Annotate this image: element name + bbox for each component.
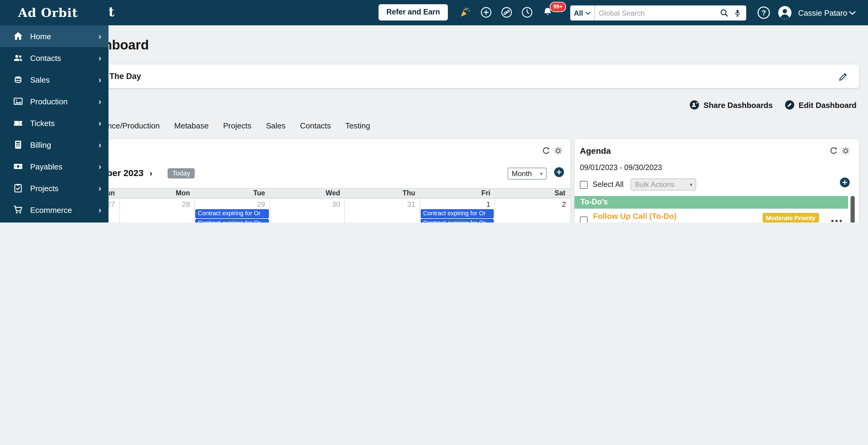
view-select-value: Month: [512, 170, 532, 178]
sidebar-item-label: Home: [30, 32, 51, 41]
calendar-day-header-row: SunMonTueWedThuFriSat: [36, 188, 570, 198]
calendar-cell-2[interactable]: 2: [495, 198, 570, 222]
search-icon[interactable]: [720, 8, 729, 18]
day-number: 2: [495, 198, 570, 209]
search-scope-value: All: [574, 9, 583, 17]
chevron-right-icon: ›: [98, 96, 101, 106]
chevron-right-icon: ›: [98, 140, 101, 150]
sidebar-item-events[interactable]: Events›: [0, 221, 108, 222]
day-number: 1: [420, 198, 495, 209]
calendar-widget: September 2023 › Today Month ▾ SunMonTue…: [36, 139, 570, 222]
sidebar-item-contacts[interactable]: Contacts›: [0, 47, 108, 69]
user-avatar[interactable]: [778, 5, 792, 20]
bulk-actions-select[interactable]: Bulk Actions ▾: [631, 178, 696, 190]
share-dashboards-link[interactable]: Share Dashboards: [689, 100, 773, 110]
sidebar-item-production[interactable]: Production›: [0, 90, 108, 112]
agenda-date-range: 09/01/2023 - 09/30/2023: [580, 164, 662, 172]
calendar-view-select[interactable]: Month ▾: [507, 168, 547, 180]
scrollbar-thumb[interactable]: [850, 196, 855, 222]
tickets-icon: [13, 118, 23, 128]
sidebar-item-home[interactable]: Home›: [0, 25, 108, 47]
logo-overflow-text: t: [108, 4, 114, 19]
sidebar-item-label: Production: [30, 97, 67, 106]
edit-motd-icon[interactable]: [838, 71, 848, 81]
bulk-actions-value: Bulk Actions: [635, 180, 675, 189]
calendar-week-row: 272829Contract expiring for OrContract e…: [44, 198, 570, 222]
day-header-thu: Thu: [345, 189, 420, 199]
calendar-cell-30[interactable]: 30: [270, 198, 345, 222]
item-menu-button[interactable]: ●●●: [831, 218, 843, 222]
recent-history-icon[interactable]: [521, 7, 533, 18]
refresh-icon[interactable]: [830, 147, 838, 155]
sidebar-item-label: Sales: [30, 75, 50, 84]
sidebar: Ad Orbit Home›Contacts›Sales›Production›…: [0, 0, 108, 222]
chevron-right-icon: ›: [98, 205, 101, 215]
sidebar-item-projects[interactable]: Projects›: [0, 177, 108, 199]
sidebar-item-label: Contacts: [30, 53, 61, 62]
add-agenda-item-button[interactable]: [840, 177, 850, 187]
agenda-scrollbar[interactable]: [850, 196, 855, 222]
tab-metabase[interactable]: Metabase: [174, 121, 209, 130]
sidebar-item-label: Billing: [30, 140, 51, 149]
calendar-day-headers: SunMonTueWedThuFriSat: [44, 189, 570, 199]
sidebar-item-label: Projects: [30, 184, 59, 192]
notification-count-badge: 99+: [550, 2, 566, 12]
top-header: t Refer and Earn 99+ All ?: [0, 0, 868, 25]
day-number: 29: [195, 198, 269, 209]
search-scope-select[interactable]: All: [570, 5, 595, 21]
sidebar-item-payables[interactable]: Payables›: [0, 155, 108, 177]
calendar-event[interactable]: Contract expiring for Or: [195, 209, 269, 218]
today-button[interactable]: Today: [167, 168, 195, 178]
motd-card: Message Of The Day: [36, 64, 859, 88]
calendar-event[interactable]: Contract expiring for Or: [421, 209, 494, 218]
tab-contacts[interactable]: Contacts: [300, 121, 331, 130]
priority-badge: Moderate Priority: [763, 213, 819, 222]
agenda-item-checkbox[interactable]: [580, 216, 588, 222]
sidebar-item-sales[interactable]: Sales›: [0, 69, 108, 90]
agenda-item-title[interactable]: Follow Up Call (To-Do): [593, 212, 791, 221]
day-number: 28: [120, 198, 194, 209]
calendar-event[interactable]: Contract expiring for Or: [195, 219, 269, 222]
sidebar-item-billing[interactable]: Billing›: [0, 134, 108, 155]
calendar-cell-28[interactable]: 28: [120, 198, 195, 222]
calendar-cell-1[interactable]: 1Contract expiring for OrContract expiri…: [420, 198, 495, 222]
microphone-icon[interactable]: [734, 8, 741, 18]
calendar-cell-31[interactable]: 31: [345, 198, 420, 222]
home-icon: [13, 31, 23, 41]
widget-settings-icon[interactable]: [554, 147, 562, 155]
user-name[interactable]: Cassie Pataro: [798, 8, 847, 18]
help-icon[interactable]: ?: [757, 6, 770, 19]
user-menu-caret-icon[interactable]: [849, 11, 856, 15]
select-all-checkbox[interactable]: [580, 181, 588, 188]
ecommerce-icon: [13, 205, 23, 215]
dashboard-tabs: Finance/ProductionMetabaseProjectsSalesC…: [92, 121, 370, 130]
refer-and-earn-button[interactable]: Refer and Earn: [378, 4, 448, 21]
link-icon[interactable]: [501, 7, 513, 18]
calendar-event[interactable]: Contract expiring for Or: [421, 219, 494, 222]
party-popper-icon[interactable]: [459, 7, 471, 18]
tab-projects[interactable]: Projects: [223, 121, 251, 130]
widget-settings-icon[interactable]: [841, 147, 850, 155]
sidebar-item-ecommerce[interactable]: Ecommerce›: [0, 199, 108, 221]
global-search-input[interactable]: [595, 9, 720, 17]
caret-down-icon: ▾: [690, 182, 692, 187]
calendar-cell-29[interactable]: 29Contract expiring for OrContract expir…: [195, 198, 270, 222]
add-event-button[interactable]: [554, 167, 564, 177]
day-header-fri: Fri: [420, 189, 495, 199]
projects-icon: [13, 183, 23, 193]
sidebar-item-tickets[interactable]: Tickets›: [0, 112, 108, 134]
chevron-right-icon: ›: [98, 31, 101, 41]
day-header-sat: Sat: [495, 189, 570, 199]
agenda-widget: Agenda 09/01/2023 - 09/30/2023 Select Al…: [575, 139, 859, 222]
edit-dashboard-link[interactable]: Edit Dashboard: [785, 100, 857, 110]
production-icon: [13, 96, 23, 106]
payables-icon: [13, 161, 23, 171]
next-month-icon[interactable]: ›: [150, 168, 152, 178]
tab-testing[interactable]: Testing: [345, 121, 370, 130]
app-logo[interactable]: Ad Orbit: [0, 0, 108, 25]
quick-add-icon[interactable]: [480, 7, 492, 18]
refresh-icon[interactable]: [542, 147, 550, 155]
tab-sales[interactable]: Sales: [266, 121, 285, 130]
svg-text:?: ?: [762, 9, 766, 17]
agenda-item-subtitle: 8002 to do - detroit: [593, 221, 791, 222]
